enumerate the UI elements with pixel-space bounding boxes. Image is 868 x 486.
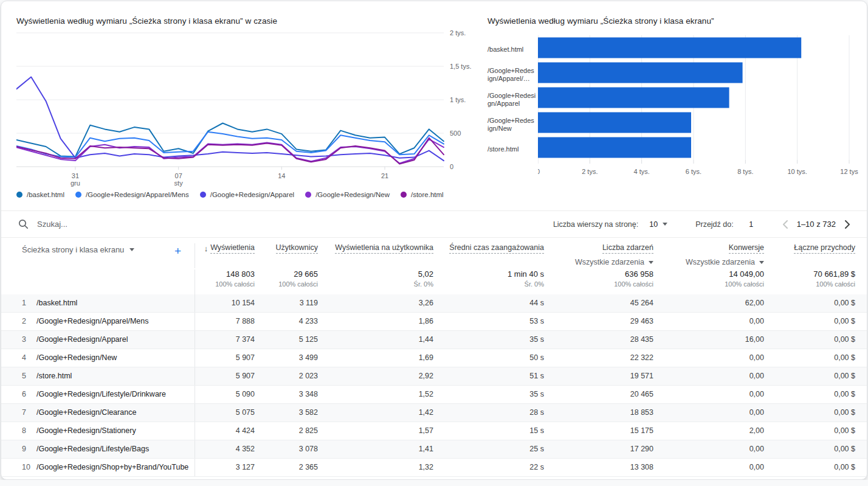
totals-value: 14 049,00: [729, 269, 764, 279]
totals-cell: 29 665100% całości: [255, 269, 318, 294]
column-header-users: Użytkownicy: [255, 243, 318, 268]
row-number: 2: [16, 313, 36, 330]
legend-item: /Google+Redesign/New: [305, 191, 390, 198]
totals-value: 636 958: [625, 269, 653, 279]
rows-per-page-select[interactable]: 10: [649, 220, 667, 229]
metric-cell: 22 322: [544, 349, 653, 367]
metric-cell: 2,92: [318, 367, 433, 385]
metric-cell: 3,26: [318, 294, 433, 312]
dimension-selector[interactable]: Ścieżka strony i klasa ekranu: [22, 245, 134, 254]
metric-cell: 0,00 $: [764, 440, 855, 458]
metric-cell: 28 435: [544, 331, 653, 349]
column-header-views: ↓ Wyświetlenia: [195, 243, 255, 268]
svg-text:10 tys.: 10 tys.: [787, 168, 807, 175]
metric-cell: 44 s: [433, 294, 544, 312]
row-number: 4: [16, 349, 36, 367]
table-header-row: Ścieżka strony i klasa ekranu + ↓ Wyświe…: [1, 238, 867, 268]
next-page-button[interactable]: [842, 218, 853, 231]
metric-cell: 7 888: [195, 313, 255, 330]
metric-cell: 0,00: [653, 459, 764, 476]
row-number: 6: [16, 386, 36, 403]
metric-cell: 29 463: [544, 313, 653, 330]
table-toolbar: Liczba wierszy na stronę: 10 Przejdź do:…: [1, 210, 867, 238]
bar-chart-panel: Wyświetlenia według wymiaru „Ścieżka str…: [470, 1, 867, 210]
chevron-down-icon: [649, 261, 653, 264]
table-row: 10/Google+Redesign/Shop+by+Brand/YouTube…: [1, 459, 867, 477]
row-number: 8: [16, 422, 36, 440]
metric-cell: 4 233: [255, 313, 318, 330]
column-header-total-revenue: Łączne przychody: [764, 243, 855, 268]
page-path-cell: /Google+Redesign/Lifestyle/Bags: [36, 440, 195, 458]
legend-label: /store.html: [411, 191, 444, 198]
conversion-filter-select[interactable]: Wszystkie zdarzenia: [686, 258, 764, 266]
metric-cell: 0,00 $: [764, 313, 855, 330]
metric-cell: 2,00: [653, 422, 764, 440]
page-path-cell: /Google+Redesign/Apparel/Mens: [36, 313, 195, 330]
legend-item: /store.html: [401, 191, 444, 198]
metric-cell: 19 571: [544, 367, 653, 385]
metric-cell: 5 075: [195, 404, 255, 422]
previous-page-button[interactable]: [780, 218, 791, 231]
metric-cell: 2 825: [255, 422, 318, 440]
sort-column-users[interactable]: Użytkownicy: [276, 243, 318, 254]
page-path-cell: /store.html: [36, 367, 195, 385]
legend-item: /Google+Redesign/Apparel/Mens: [75, 191, 189, 198]
totals-value: 29 665: [294, 269, 318, 279]
totals-caption: 100% całości: [725, 280, 764, 288]
legend-dot-icon: [305, 192, 311, 198]
metric-cell: 53 s: [433, 313, 544, 330]
svg-text:14: 14: [278, 172, 285, 179]
metric-cell: 3 582: [255, 404, 318, 422]
totals-caption: 100% całości: [278, 280, 318, 288]
metric-cell: 0,00 $: [764, 294, 855, 312]
totals-value: 148 803: [226, 269, 255, 279]
totals-cell: 14 049,00100% całości: [653, 269, 764, 294]
metric-cell: 2 365: [255, 459, 318, 476]
svg-text:0: 0: [450, 163, 453, 170]
column-header-conversions: Konwersje Wszystkie zdarzenia: [653, 243, 764, 268]
svg-text:gru: gru: [71, 179, 80, 187]
sort-column-total-revenue[interactable]: Łączne przychody: [794, 243, 855, 254]
search-input[interactable]: [36, 219, 291, 229]
totals-cell: 148 803100% całości: [195, 269, 255, 294]
bar-chart-body: /basket.html/Google+Redes ign/Apparel/…/…: [487, 35, 863, 181]
metric-cell: 62,00: [653, 294, 764, 312]
metric-cell: 0,00 $: [764, 367, 855, 385]
legend-label: /Google+Redesign/Apparel/Mens: [86, 191, 189, 198]
metric-cell: 0,00: [653, 367, 764, 385]
page-path-cell: /Google+Redesign/Stationery: [36, 422, 195, 440]
legend-dot-icon: [16, 192, 22, 198]
svg-text:07: 07: [175, 172, 182, 179]
line-chart-panel: Wyświetlenia według wymiaru „Ścieżka str…: [1, 1, 470, 210]
sort-column-views[interactable]: ↓ Wyświetlenia: [204, 243, 255, 254]
bar-chart: 02 tys.4 tys.6 tys.8 tys.10 tys.12 tys: [538, 35, 863, 181]
sort-descending-icon: ↓: [204, 244, 208, 253]
metric-cell: 15 175: [544, 422, 653, 440]
svg-text:sty: sty: [174, 179, 184, 187]
bar-category-label: /Google+Redes ign/Apparel/…: [487, 62, 538, 87]
sort-column-conversions[interactable]: Konwersje: [729, 243, 764, 254]
row-number: 3: [16, 331, 36, 349]
goto-page-input[interactable]: 1: [747, 220, 756, 229]
svg-text:31: 31: [72, 172, 79, 179]
metric-cell: 5 907: [195, 349, 255, 367]
table-row: 9/Google+Redesign/Lifestyle/Bags4 3523 0…: [1, 440, 867, 459]
metric-cell: 1,52: [318, 386, 433, 403]
row-number: 7: [16, 404, 36, 422]
metric-cell: 0,00 $: [764, 386, 855, 403]
totals-caption: 100% całości: [215, 280, 255, 288]
sort-column-event-count[interactable]: Liczba zdarzeń: [602, 243, 653, 254]
svg-text:0: 0: [538, 168, 540, 175]
metric-cell: 28 s: [433, 404, 544, 422]
metric-cell: 35 s: [433, 331, 544, 349]
metric-cell: 22 s: [433, 459, 544, 476]
add-dimension-button[interactable]: +: [174, 245, 181, 257]
metric-cell: 0,00: [653, 404, 764, 422]
row-number: 10: [16, 459, 36, 476]
page-path-cell: /Google+Redesign/Shop+by+Brand/YouTube: [36, 459, 195, 476]
event-filter-select[interactable]: Wszystkie zdarzenia: [575, 258, 653, 266]
sort-column-avg-engagement[interactable]: Średni czas zaangażowania: [449, 243, 544, 254]
legend-label: /basket.html: [27, 191, 64, 198]
sort-column-views-per-user[interactable]: Wyświetlenia na użytkownika: [335, 243, 433, 254]
legend-item: /Google+Redesign/Apparel: [200, 191, 294, 198]
